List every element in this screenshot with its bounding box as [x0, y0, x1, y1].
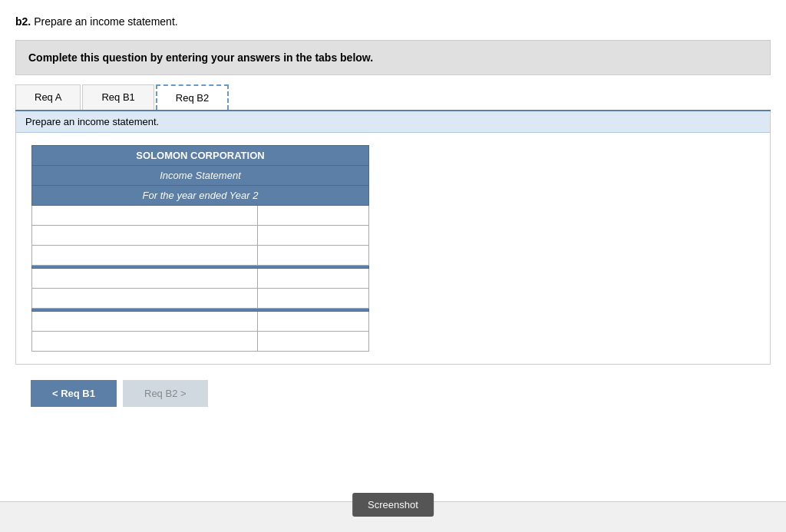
row-5-label[interactable] — [35, 290, 254, 306]
statement-period: For the year ended Year 2 — [32, 186, 369, 206]
row-5-value[interactable] — [261, 290, 365, 306]
row-4-value[interactable] — [261, 270, 365, 286]
content-area: Prepare an income statement. SOLOMON COR… — [15, 111, 771, 365]
table-row — [32, 312, 369, 332]
tab-req-a[interactable]: Req A — [15, 84, 81, 110]
table-row — [32, 332, 369, 352]
income-statement-wrapper: SOLOMON CORPORATION Income Statement For… — [16, 133, 770, 364]
income-statement-table: SOLOMON CORPORATION Income Statement For… — [31, 145, 369, 352]
row-2-value[interactable] — [261, 227, 365, 243]
section-description: Prepare an income statement. — [16, 111, 770, 133]
table-row — [32, 289, 369, 309]
tab-req-b2[interactable]: Req B2 — [156, 84, 229, 110]
tab-req-b1[interactable]: Req B1 — [82, 84, 154, 110]
company-name: SOLOMON CORPORATION — [32, 146, 369, 166]
row-7-value[interactable] — [261, 333, 365, 349]
table-row — [32, 206, 369, 226]
instruction-banner: Complete this question by entering your … — [15, 40, 771, 75]
row-6-value[interactable] — [261, 313, 365, 329]
row-3-value[interactable] — [261, 247, 365, 263]
question-label: b2. Prepare an income statement. — [15, 15, 771, 28]
statement-title: Income Statement — [32, 166, 369, 186]
row-6-label[interactable] — [35, 313, 254, 329]
back-button[interactable]: < Req B1 — [31, 380, 117, 407]
table-row — [32, 226, 369, 246]
row-1-label[interactable] — [35, 207, 254, 223]
forward-button[interactable]: Req B2 > — [123, 380, 208, 407]
row-4-label[interactable] — [35, 270, 254, 286]
row-1-value[interactable] — [261, 207, 365, 223]
screenshot-button[interactable]: Screenshot — [352, 493, 434, 517]
table-row — [32, 246, 369, 266]
table-row — [32, 269, 369, 289]
instruction-text: Complete this question by entering your … — [28, 51, 373, 64]
row-7-label[interactable] — [35, 333, 254, 349]
bottom-bar: Screenshot — [0, 501, 786, 532]
row-2-label[interactable] — [35, 227, 254, 243]
nav-buttons: < Req B1 Req B2 > — [31, 380, 771, 407]
tabs-container: Req A Req B1 Req B2 — [15, 84, 771, 111]
row-3-label[interactable] — [35, 247, 254, 263]
